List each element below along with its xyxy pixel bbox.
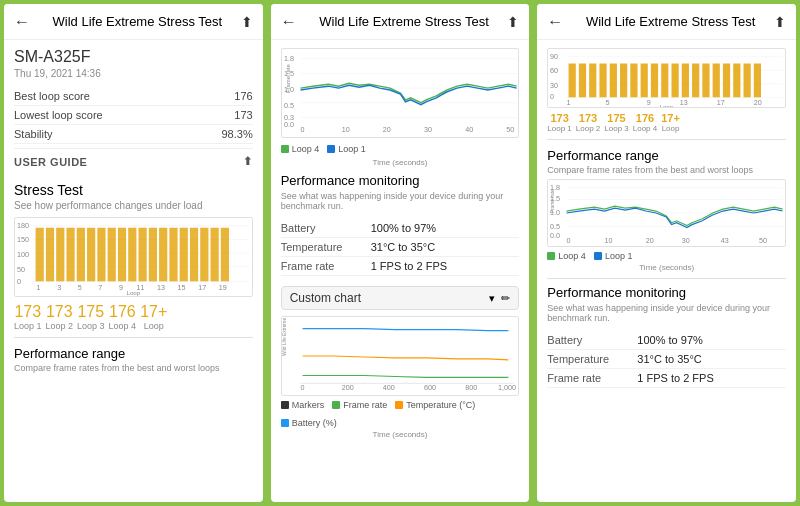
stability-val: 98.3% xyxy=(221,128,252,140)
panel-2-content: 1.8 1.5 1.0 0.5 0.3 0.0 0 10 20 30 xyxy=(271,40,530,502)
panel-1: ← Wild Life Extreme Stress Test ⬆ SM-A32… xyxy=(4,4,263,502)
lowest-loop-row: Lowest loop score 173 xyxy=(14,106,253,125)
svg-rect-83 xyxy=(662,64,669,98)
stability-label: Stability xyxy=(14,128,53,140)
perf-range-title-3: Performance range xyxy=(547,148,786,163)
battery-val-2: 100% to 97% xyxy=(371,222,436,234)
svg-text:7: 7 xyxy=(98,284,102,291)
p3-loop-score-2: 173 xyxy=(579,112,597,124)
svg-rect-26 xyxy=(200,228,208,282)
svg-text:1: 1 xyxy=(567,99,571,106)
svg-rect-90 xyxy=(734,64,741,98)
svg-text:17: 17 xyxy=(198,284,206,291)
svg-rect-76 xyxy=(590,64,597,98)
dropdown-icon[interactable]: ▾ xyxy=(489,292,495,305)
svg-rect-21 xyxy=(149,228,157,282)
svg-text:60: 60 xyxy=(550,67,558,74)
svg-rect-13 xyxy=(66,228,74,282)
svg-rect-19 xyxy=(128,228,136,282)
share-button-2[interactable]: ⬆ xyxy=(507,14,519,30)
p3-loop-item-5: 17+ Loop xyxy=(661,112,680,133)
svg-rect-77 xyxy=(600,64,607,98)
temperature-row-3: Temperature 31°C to 35°C xyxy=(547,350,786,369)
svg-text:Wild Life Extreme Stress Test: Wild Life Extreme Stress Test xyxy=(282,317,287,356)
user-guide-row[interactable]: USER GUIDE ⬆ xyxy=(14,148,253,174)
svg-text:1,000: 1,000 xyxy=(498,384,516,391)
svg-rect-25 xyxy=(190,228,198,282)
svg-text:0: 0 xyxy=(550,93,554,100)
p3-loop-label-4: Loop 4 xyxy=(633,124,657,133)
p3-loop-score-1: 173 xyxy=(550,112,568,124)
temperature-val-3: 31°C to 35°C xyxy=(637,353,701,365)
svg-text:13: 13 xyxy=(157,284,165,291)
loop-label-3: Loop 3 xyxy=(77,321,105,331)
back-button-3[interactable]: ← xyxy=(547,13,563,31)
p3-loop-label-2: Loop 2 xyxy=(576,124,600,133)
panel-3-header: ← Wild Life Extreme Stress Test ⬆ xyxy=(537,4,796,40)
panel-3-title: Wild Life Extreme Stress Test xyxy=(567,14,774,29)
best-loop-val: 176 xyxy=(234,90,252,102)
bar-chart-x-label: Time (seconds) xyxy=(281,430,520,439)
svg-text:Frame rate: Frame rate xyxy=(285,64,291,93)
battery-label-2: Battery xyxy=(281,222,371,234)
panel-3: ← Wild Life Extreme Stress Test ⬆ 90 60 … xyxy=(537,4,796,502)
svg-rect-78 xyxy=(610,64,617,98)
svg-text:180: 180 xyxy=(17,222,29,229)
svg-text:20: 20 xyxy=(754,99,762,106)
svg-text:150: 150 xyxy=(17,237,29,244)
share-button-1[interactable]: ⬆ xyxy=(241,14,253,30)
svg-rect-16 xyxy=(97,228,105,282)
p3-loop-item-1: 173 Loop 1 xyxy=(547,112,571,133)
svg-text:10: 10 xyxy=(605,237,613,244)
svg-text:30: 30 xyxy=(682,237,690,244)
panel-2-title: Wild Life Extreme Stress Test xyxy=(301,14,508,29)
loop-label-1: Loop 1 xyxy=(14,321,42,331)
legend-battery: Battery (%) xyxy=(281,418,337,428)
svg-text:15: 15 xyxy=(178,284,186,291)
svg-text:1: 1 xyxy=(37,284,41,291)
back-button-2[interactable]: ← xyxy=(281,13,297,31)
loop-label-5: Loop xyxy=(144,321,164,331)
lowest-loop-label: Lowest loop score xyxy=(14,109,103,121)
svg-text:600: 600 xyxy=(424,384,436,391)
legend-temperature: Temperature (°C) xyxy=(395,400,475,410)
svg-text:20: 20 xyxy=(383,126,391,133)
svg-text:800: 800 xyxy=(465,384,477,391)
framerate-val-3: 1 FPS to 2 FPS xyxy=(637,372,713,384)
loop-item-2: 173 Loop 2 xyxy=(46,303,74,331)
stress-test-chart: 180 150 100 50 0 xyxy=(14,217,253,297)
svg-text:13: 13 xyxy=(680,99,688,106)
custom-chart-selector[interactable]: Custom chart ▾ ✏ xyxy=(281,286,520,310)
svg-text:5: 5 xyxy=(78,284,82,291)
edit-icon[interactable]: ✏ xyxy=(501,292,510,305)
svg-text:50: 50 xyxy=(17,266,25,273)
perf-range-legend: Loop 4 Loop 1 xyxy=(547,251,786,261)
svg-text:10: 10 xyxy=(341,126,349,133)
best-loop-row: Best loop score 176 xyxy=(14,87,253,106)
svg-rect-23 xyxy=(169,228,177,282)
temperature-row-2: Temperature 31°C to 35°C xyxy=(281,238,520,257)
svg-rect-22 xyxy=(159,228,167,282)
share-button-3[interactable]: ⬆ xyxy=(774,14,786,30)
perf-range-chart-3: 1.8 1.5 1.0 0.5 0.0 0 10 20 30 43 50 Fra… xyxy=(547,179,786,247)
svg-text:0: 0 xyxy=(17,278,21,285)
svg-rect-20 xyxy=(138,228,146,282)
svg-text:30: 30 xyxy=(550,82,558,89)
back-button-1[interactable]: ← xyxy=(14,13,30,31)
svg-text:0.3: 0.3 xyxy=(284,115,294,122)
user-guide-share-icon[interactable]: ⬆ xyxy=(243,155,253,168)
framerate-label-3: Frame rate xyxy=(547,372,637,384)
svg-text:30: 30 xyxy=(424,126,432,133)
svg-rect-87 xyxy=(703,64,710,98)
battery-val-3: 100% to 97% xyxy=(637,334,702,346)
svg-text:17: 17 xyxy=(717,99,725,106)
date-text: Thu 19, 2021 14:36 xyxy=(14,68,253,79)
loop-item-3: 175 Loop 3 xyxy=(77,303,105,331)
score-chart-3: 90 60 30 0 xyxy=(547,48,786,108)
svg-rect-27 xyxy=(211,228,219,282)
loop-score-3: 175 xyxy=(77,303,104,321)
svg-rect-18 xyxy=(118,228,126,282)
stability-row: Stability 98.3% xyxy=(14,125,253,144)
bar-chart-2: Wild Life Extreme Stress Test 0 200 400 … xyxy=(281,316,520,396)
svg-rect-85 xyxy=(682,64,689,98)
